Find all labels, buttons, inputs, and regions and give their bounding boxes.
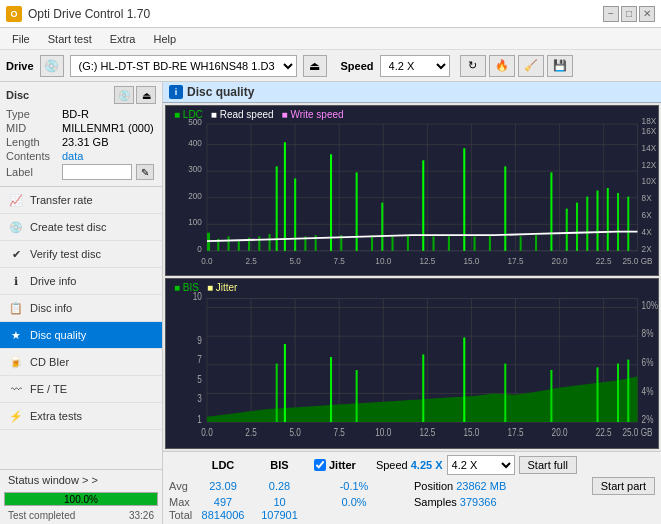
menu-file[interactable]: File: [4, 31, 38, 47]
charts-area: ■ LDC ■ Read speed ■ Write speed: [163, 103, 661, 451]
menu-help[interactable]: Help: [145, 31, 184, 47]
save-button[interactable]: 💾: [547, 55, 573, 77]
svg-text:0.0: 0.0: [201, 256, 212, 267]
svg-text:17.5: 17.5: [508, 427, 524, 438]
sidebar-nav: 📈 Transfer rate 💿 Create test disc ✔ Ver…: [0, 187, 162, 469]
disc-img-button[interactable]: 💿: [114, 86, 134, 104]
app-title: Opti Drive Control 1.70: [28, 7, 150, 21]
sidebar-item-label: Drive info: [30, 275, 76, 287]
sidebar-item-disc-info[interactable]: 📋 Disc info: [0, 295, 162, 322]
svg-rect-99: [276, 364, 278, 423]
disc-header: Disc 💿 ⏏: [6, 86, 156, 104]
svg-rect-45: [535, 235, 537, 251]
svg-rect-25: [276, 166, 278, 251]
burn-button[interactable]: 🔥: [489, 55, 515, 77]
total-bis: 107901: [257, 509, 302, 521]
progress-text: 100.0%: [5, 493, 157, 507]
svg-text:3: 3: [197, 394, 202, 405]
svg-text:5: 5: [197, 374, 202, 385]
disc-type-label: Type: [6, 108, 58, 120]
toolbar-icons: ↻ 🔥 🧹 💾: [460, 55, 573, 77]
svg-text:12.5: 12.5: [419, 427, 435, 438]
svg-rect-24: [269, 234, 271, 251]
sidebar-item-fe-te[interactable]: 〰 FE / TE: [0, 376, 162, 403]
status-time: 33:26: [125, 509, 158, 523]
svg-rect-38: [433, 236, 435, 250]
window-controls: − □ ✕: [603, 6, 655, 22]
drive-label: Drive: [6, 60, 34, 72]
svg-rect-36: [407, 235, 409, 251]
speed-select[interactable]: 4.2 X: [380, 55, 450, 77]
svg-text:15.0: 15.0: [463, 427, 479, 438]
disc-eject-button[interactable]: ⏏: [136, 86, 156, 104]
drive-icon-button[interactable]: 💿: [40, 55, 64, 77]
total-label: Total: [169, 509, 189, 521]
svg-text:0: 0: [197, 243, 202, 254]
start-part-button[interactable]: Start part: [592, 477, 655, 495]
svg-rect-107: [597, 367, 599, 422]
sidebar-item-verify-test-disc[interactable]: ✔ Verify test disc: [0, 241, 162, 268]
svg-text:4%: 4%: [642, 386, 654, 397]
status-window-button[interactable]: Status window > >: [0, 470, 162, 490]
title-bar-left: O Opti Drive Control 1.70: [6, 6, 150, 22]
sidebar-item-drive-info[interactable]: ℹ Drive info: [0, 268, 162, 295]
svg-text:20.0: 20.0: [552, 427, 568, 438]
svg-text:6X: 6X: [642, 210, 652, 221]
label-edit-button[interactable]: ✎: [136, 164, 154, 180]
eject-button[interactable]: ⏏: [303, 55, 327, 77]
sidebar-item-label: Verify test disc: [30, 248, 101, 260]
sidebar-item-cd-bier[interactable]: 🍺 CD BIer: [0, 349, 162, 376]
erase-button[interactable]: 🧹: [518, 55, 544, 77]
sidebar-item-transfer-rate[interactable]: 📈 Transfer rate: [0, 187, 162, 214]
jitter-checkbox[interactable]: [314, 459, 326, 471]
app-icon: O: [6, 6, 22, 22]
svg-text:12.5: 12.5: [419, 256, 435, 267]
svg-rect-47: [566, 209, 568, 251]
svg-rect-35: [392, 236, 394, 250]
writespeed-legend-item: ■ Write speed: [282, 109, 344, 120]
svg-text:7: 7: [197, 355, 202, 366]
sidebar-item-label: Disc info: [30, 302, 72, 314]
ldc-chart: ■ LDC ■ Read speed ■ Write speed: [165, 105, 659, 276]
svg-rect-108: [617, 364, 619, 423]
verify-test-disc-icon: ✔: [8, 246, 24, 262]
close-button[interactable]: ✕: [639, 6, 655, 22]
svg-rect-109: [627, 360, 629, 422]
svg-rect-32: [356, 172, 358, 250]
svg-rect-80: [166, 279, 658, 448]
sidebar-item-label: Disc quality: [30, 329, 86, 341]
avg-ldc: 23.09: [193, 480, 253, 492]
col-ldc-header: LDC: [193, 459, 253, 471]
avg-bis: 0.28: [257, 480, 302, 492]
svg-rect-23: [258, 236, 260, 250]
disc-panel: Disc 💿 ⏏ Type BD-R MID MILLENMR1 (000) L…: [0, 82, 162, 187]
svg-rect-100: [284, 344, 286, 422]
svg-text:6%: 6%: [642, 357, 654, 368]
menu-extra[interactable]: Extra: [102, 31, 144, 47]
drive-select[interactable]: (G:) HL-DT-ST BD-RE WH16NS48 1.D3: [70, 55, 297, 77]
svg-text:5.0: 5.0: [289, 427, 300, 438]
sidebar-item-create-test-disc[interactable]: 💿 Create test disc: [0, 214, 162, 241]
sidebar-item-label: Transfer rate: [30, 194, 93, 206]
sidebar-item-extra-tests[interactable]: ⚡ Extra tests: [0, 403, 162, 430]
refresh-button[interactable]: ↻: [460, 55, 486, 77]
svg-text:14X: 14X: [642, 142, 657, 153]
svg-text:10X: 10X: [642, 176, 657, 187]
start-full-button[interactable]: Start full: [519, 456, 577, 474]
progress-bar: 100.0%: [4, 492, 158, 506]
stats-panel: LDC BIS Jitter Speed 4.25 X 4.2 X Start …: [163, 451, 661, 524]
disc-section-title: Disc: [6, 89, 29, 101]
disc-label-input[interactable]: [62, 164, 132, 180]
menu-bar: File Start test Extra Help: [0, 28, 661, 50]
svg-rect-104: [463, 338, 465, 423]
minimize-button[interactable]: −: [603, 6, 619, 22]
svg-rect-34: [381, 203, 383, 251]
sidebar-item-disc-quality[interactable]: ★ Disc quality: [0, 322, 162, 349]
sidebar-item-label: CD BIer: [30, 356, 69, 368]
disc-contents-label: Contents: [6, 150, 58, 162]
maximize-button[interactable]: □: [621, 6, 637, 22]
menu-starttest[interactable]: Start test: [40, 31, 100, 47]
svg-text:2X: 2X: [642, 243, 652, 254]
speed-select-bottom[interactable]: 4.2 X: [447, 455, 515, 475]
chart2-legend: ■ BIS ■ Jitter: [170, 281, 241, 294]
